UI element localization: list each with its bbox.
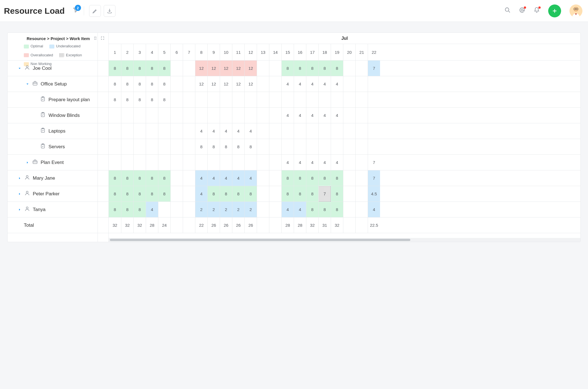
load-cell[interactable] bbox=[355, 61, 368, 76]
load-cell[interactable] bbox=[269, 123, 281, 139]
load-cell[interactable] bbox=[220, 155, 232, 170]
load-cell[interactable] bbox=[158, 123, 170, 139]
load-cell[interactable]: 8 bbox=[318, 61, 331, 76]
filter-button[interactable]: 2 bbox=[73, 7, 79, 15]
load-cell[interactable] bbox=[158, 108, 170, 123]
load-cell[interactable]: 12 bbox=[207, 61, 220, 76]
load-cell[interactable] bbox=[355, 76, 368, 92]
load-cell[interactable] bbox=[269, 92, 281, 107]
load-cell[interactable] bbox=[257, 76, 269, 92]
load-cell[interactable]: 4 bbox=[220, 123, 232, 139]
load-cell[interactable]: 26 bbox=[232, 217, 244, 233]
load-cell[interactable]: 28 bbox=[281, 217, 294, 233]
load-cell[interactable]: 26 bbox=[220, 217, 232, 233]
load-cell[interactable] bbox=[195, 155, 207, 170]
load-cell[interactable] bbox=[170, 186, 183, 202]
row-label-joe[interactable]: Joe Cool bbox=[8, 61, 108, 76]
load-cell[interactable] bbox=[220, 92, 232, 107]
load-cell[interactable] bbox=[170, 123, 183, 139]
row-label-peter-parker[interactable]: Peter Parker bbox=[8, 186, 108, 202]
load-cell[interactable] bbox=[183, 155, 195, 170]
load-cell[interactable]: 8 bbox=[158, 170, 170, 186]
load-cell[interactable]: 2 bbox=[195, 202, 207, 217]
load-cell[interactable]: 12 bbox=[244, 61, 257, 76]
load-cell[interactable] bbox=[232, 108, 244, 123]
load-cell[interactable] bbox=[121, 108, 133, 123]
load-cell[interactable]: 8 bbox=[220, 186, 232, 202]
load-cell[interactable] bbox=[207, 92, 220, 107]
load-cell[interactable]: 12 bbox=[195, 76, 207, 92]
load-cell[interactable]: 2 bbox=[207, 202, 220, 217]
load-cell[interactable]: 4 bbox=[232, 170, 244, 186]
load-cell[interactable] bbox=[158, 155, 170, 170]
load-cell[interactable]: 8 bbox=[207, 139, 220, 154]
load-cell[interactable] bbox=[244, 155, 257, 170]
load-cell[interactable] bbox=[355, 155, 368, 170]
load-cell[interactable]: 8 bbox=[306, 170, 318, 186]
load-cell[interactable]: 8 bbox=[109, 61, 121, 76]
load-cell[interactable]: 4 bbox=[244, 170, 257, 186]
load-cell[interactable] bbox=[244, 92, 257, 107]
row-label-tanya[interactable]: Tanya bbox=[8, 202, 108, 217]
load-cell[interactable]: 8 bbox=[133, 61, 146, 76]
caret-down-icon[interactable] bbox=[18, 66, 22, 70]
load-cell[interactable]: 4 bbox=[318, 76, 331, 92]
horizontal-scrollbar[interactable] bbox=[109, 238, 580, 242]
load-cell[interactable]: 4 bbox=[281, 76, 294, 92]
load-cell[interactable] bbox=[368, 92, 380, 107]
load-cell[interactable] bbox=[146, 139, 158, 154]
load-cell[interactable] bbox=[269, 217, 281, 233]
load-cell[interactable]: 4 bbox=[318, 155, 331, 170]
load-cell[interactable] bbox=[183, 76, 195, 92]
load-cell[interactable]: 8 bbox=[158, 76, 170, 92]
load-cell[interactable] bbox=[170, 217, 183, 233]
load-cell[interactable]: 12 bbox=[207, 76, 220, 92]
edit-button[interactable] bbox=[89, 5, 101, 17]
load-cell[interactable] bbox=[183, 202, 195, 217]
load-cell[interactable] bbox=[257, 61, 269, 76]
load-cell[interactable] bbox=[257, 108, 269, 123]
load-cell[interactable] bbox=[146, 123, 158, 139]
load-cell[interactable]: 4 bbox=[244, 123, 257, 139]
caret-down-icon[interactable] bbox=[26, 82, 29, 86]
load-cell[interactable] bbox=[269, 155, 281, 170]
load-cell[interactable] bbox=[183, 61, 195, 76]
load-cell[interactable]: 4 bbox=[294, 155, 306, 170]
load-cell[interactable]: 4 bbox=[220, 170, 232, 186]
load-cell[interactable] bbox=[269, 76, 281, 92]
load-cell[interactable] bbox=[318, 92, 331, 107]
load-cell[interactable]: 26 bbox=[207, 217, 220, 233]
load-cell[interactable] bbox=[368, 76, 380, 92]
load-cell[interactable] bbox=[109, 123, 121, 139]
load-cell[interactable] bbox=[281, 123, 294, 139]
load-cell[interactable] bbox=[183, 170, 195, 186]
load-cell[interactable]: 4 bbox=[195, 123, 207, 139]
load-cell[interactable]: 4 bbox=[207, 170, 220, 186]
load-cell[interactable]: 8 bbox=[281, 170, 294, 186]
load-cell[interactable]: 4 bbox=[232, 123, 244, 139]
load-cell[interactable] bbox=[220, 108, 232, 123]
search-button[interactable] bbox=[504, 7, 511, 15]
load-cell[interactable] bbox=[355, 202, 368, 217]
load-cell[interactable]: 12 bbox=[244, 76, 257, 92]
load-cell[interactable] bbox=[133, 139, 146, 154]
add-button[interactable] bbox=[548, 4, 561, 17]
load-cell[interactable]: 32 bbox=[133, 217, 146, 233]
load-cell[interactable] bbox=[368, 139, 380, 154]
row-label-office-setup[interactable]: Office Setup bbox=[8, 76, 108, 92]
load-cell[interactable] bbox=[257, 123, 269, 139]
load-cell[interactable] bbox=[133, 155, 146, 170]
load-cell[interactable]: 8 bbox=[244, 139, 257, 154]
mentions-button[interactable] bbox=[519, 7, 525, 15]
load-cell[interactable]: 7 bbox=[368, 155, 380, 170]
load-cell[interactable] bbox=[170, 92, 183, 107]
load-cell[interactable] bbox=[343, 186, 355, 202]
load-cell[interactable]: 8 bbox=[331, 186, 343, 202]
load-cell[interactable]: 7 bbox=[368, 61, 380, 76]
load-cell[interactable] bbox=[170, 170, 183, 186]
load-cell[interactable]: 12 bbox=[220, 61, 232, 76]
load-cell[interactable]: 8 bbox=[109, 170, 121, 186]
load-cell[interactable] bbox=[183, 217, 195, 233]
load-cell[interactable] bbox=[355, 92, 368, 107]
load-cell[interactable]: 4 bbox=[281, 155, 294, 170]
